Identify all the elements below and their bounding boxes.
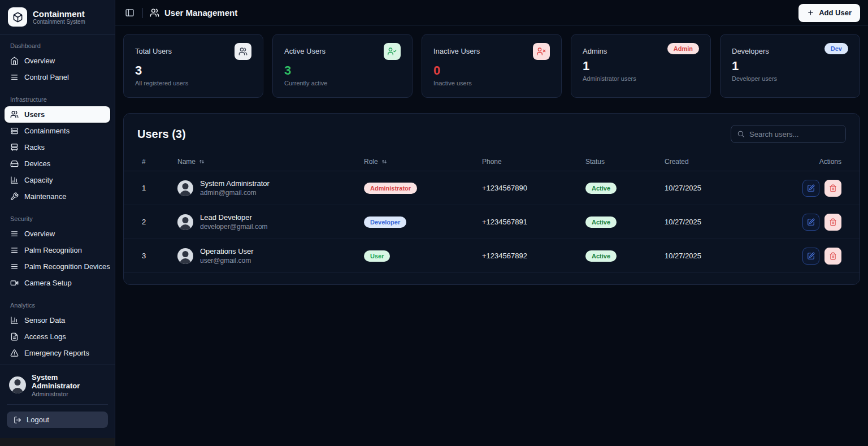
stat-subtitle: Currently active xyxy=(284,80,401,86)
edit-user-button[interactable] xyxy=(802,214,819,231)
sidebar-item-racks[interactable]: Racks xyxy=(5,139,110,155)
user-created: 10/27/2025 xyxy=(665,218,789,226)
list-icon xyxy=(10,73,19,81)
file-text-icon xyxy=(10,332,19,341)
edit-user-button[interactable] xyxy=(802,248,819,265)
status-badge: Active xyxy=(585,250,617,262)
section-title: Security xyxy=(5,212,110,226)
home-icon xyxy=(10,57,19,65)
role-badge: User xyxy=(364,250,390,262)
stat-card-active-users: Active Users 3 Currently active xyxy=(272,34,413,98)
sidebar-item-containments[interactable]: Containments xyxy=(5,123,110,139)
user-phone: +1234567890 xyxy=(482,184,585,192)
rack-icon xyxy=(10,143,19,151)
users-icon xyxy=(235,43,251,60)
sidebar-item-devices[interactable]: Devices xyxy=(5,155,110,172)
sidebar-item-label: Overview xyxy=(24,57,55,65)
stat-value: 3 xyxy=(135,63,251,78)
sidebar-item-label: Emergency Reports xyxy=(24,349,89,357)
delete-user-button[interactable] xyxy=(824,214,841,231)
sidebar-item-palm-recognition-devices[interactable]: Palm Recognition Devices xyxy=(5,258,110,275)
sidebar-item-emergency-reports[interactable]: Emergency Reports xyxy=(5,345,110,361)
nav-section-security: Security Overview Palm Recognition Palm … xyxy=(5,212,110,291)
stat-value: 1 xyxy=(732,59,848,73)
admin-badge: Admin xyxy=(667,43,699,54)
col-role-sort[interactable]: Role xyxy=(364,158,482,166)
sidebar-item-label: Racks xyxy=(24,143,45,151)
search-input[interactable] xyxy=(749,130,840,138)
sidebar-item-label: Capacity xyxy=(24,176,53,184)
dev-badge: Dev xyxy=(824,43,848,54)
main-area: User Management Add User Total Users 3 A… xyxy=(115,0,868,446)
sidebar-item-control-panel[interactable]: Control Panel xyxy=(5,69,110,85)
brand-logo xyxy=(8,7,27,27)
col-num: # xyxy=(142,158,177,166)
search-box[interactable] xyxy=(731,125,846,143)
edit-icon xyxy=(807,184,815,192)
page-title: User Management xyxy=(150,8,237,18)
sidebar-item-camera-setup[interactable]: Camera Setup xyxy=(5,275,110,291)
sidebar-item-sensor-data[interactable]: Sensor Data xyxy=(5,312,110,328)
row-num: 2 xyxy=(142,218,177,226)
sidebar-item-access-logs[interactable]: Access Logs xyxy=(5,328,110,345)
search-icon xyxy=(737,130,745,138)
logout-button[interactable]: Logout xyxy=(7,412,108,428)
edit-icon xyxy=(807,252,815,260)
footer-user-role: Administrator xyxy=(32,391,106,397)
row-num: 3 xyxy=(142,252,177,260)
user-name: System Administrator xyxy=(200,179,270,188)
user-phone: +1234567892 xyxy=(482,252,585,260)
avatar xyxy=(9,376,26,393)
role-badge: Administrator xyxy=(364,183,417,194)
bar-chart-icon xyxy=(10,316,19,324)
table-row: 3 Operations User user@gmail.com User +1… xyxy=(124,239,860,273)
users-table-title: Users (3) xyxy=(137,128,186,141)
sidebar-item-label: Containments xyxy=(24,127,70,135)
sidebar-toggle-button[interactable] xyxy=(123,7,136,19)
stat-title: Admins xyxy=(583,43,607,55)
stat-subtitle: All registered users xyxy=(135,80,251,86)
stat-subtitle: Inactive users xyxy=(433,80,550,86)
sidebar-item-palm-recognition[interactable]: Palm Recognition xyxy=(5,242,110,258)
delete-user-button[interactable] xyxy=(824,180,841,197)
footer-user-name: System Administrator xyxy=(32,373,106,391)
sidebar-item-label: Access Logs xyxy=(24,332,66,341)
sidebar-item-maintenance[interactable]: Maintenance xyxy=(5,188,110,205)
user-phone: +1234567891 xyxy=(482,218,585,226)
logout-label: Logout xyxy=(27,415,49,424)
status-badge: Active xyxy=(585,183,617,194)
trash-icon xyxy=(829,184,837,192)
avatar xyxy=(177,180,193,196)
alert-triangle-icon xyxy=(10,349,19,357)
stat-card-inactive-users: Inactive Users 0 Inactive users xyxy=(422,34,562,98)
sidebar-item-users[interactable]: Users xyxy=(5,106,110,123)
col-status: Status xyxy=(585,158,665,166)
sidebar-item-security-overview[interactable]: Overview xyxy=(5,226,110,242)
delete-user-button[interactable] xyxy=(824,248,841,265)
server-icon xyxy=(10,127,19,135)
user-created: 10/27/2025 xyxy=(665,184,789,192)
nav-section-dashboard: Dashboard Overview Control Panel xyxy=(5,39,110,85)
sidebar-item-capacity[interactable]: Capacity xyxy=(5,172,110,188)
list-icon xyxy=(10,230,19,238)
brand-subtitle: Containment System xyxy=(33,19,85,25)
stat-card-total-users: Total Users 3 All registered users xyxy=(123,34,263,98)
page-title-text: User Management xyxy=(164,8,237,18)
stat-title: Developers xyxy=(732,43,769,55)
sidebar-item-label: Sensor Data xyxy=(24,316,65,324)
col-name-sort[interactable]: Name xyxy=(177,158,364,166)
nav-section-analytics: Analytics Sensor Data Access Logs Emerge… xyxy=(5,298,110,361)
stat-value: 1 xyxy=(583,59,699,73)
sidebar-item-overview[interactable]: Overview xyxy=(5,53,110,69)
table-header-row: # Name Role Phone Status Created Actions xyxy=(124,152,860,171)
col-created: Created xyxy=(665,158,789,166)
edit-user-button[interactable] xyxy=(802,180,819,197)
panel-left-icon xyxy=(125,8,134,18)
video-camera-icon xyxy=(10,279,19,287)
list-icon xyxy=(10,246,19,254)
sidebar-item-label: Users xyxy=(24,110,45,119)
logout-row: Logout xyxy=(7,404,108,438)
add-user-button[interactable]: Add User xyxy=(798,4,860,22)
row-num: 1 xyxy=(142,184,177,192)
stat-subtitle: Developer users xyxy=(732,75,848,82)
